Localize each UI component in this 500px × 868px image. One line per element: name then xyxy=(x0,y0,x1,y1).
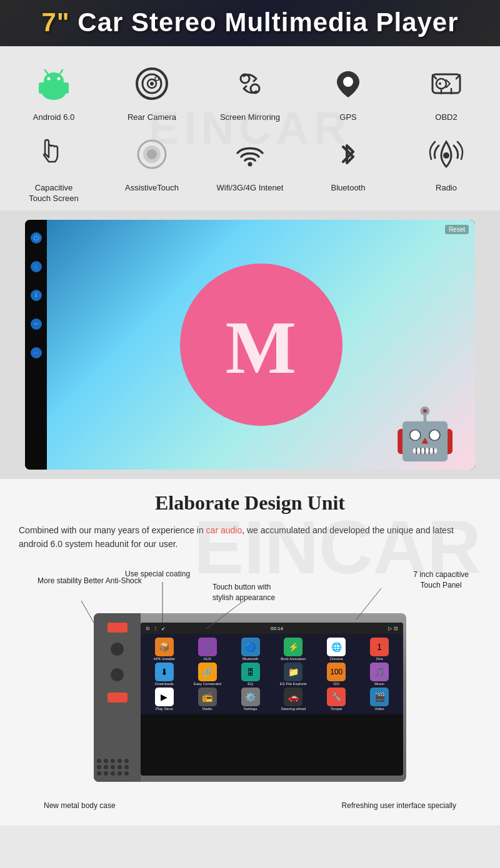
detail-screen: ⊙⋮↙ 00:14 ▷⊡ 📦 APK Installer 🎵 AUX xyxy=(141,623,403,776)
device-detail-container: More stability Better Anti-Shock Use spe… xyxy=(19,563,481,813)
control-knob1 xyxy=(109,641,125,657)
app-steering: 🚗 Steering wheel xyxy=(273,688,314,711)
gps-icon xyxy=(323,59,373,109)
app-radio2: 📻 Radio xyxy=(187,688,228,711)
device-frame: ⏻ ⌂ ℹ ↩ ← M 🤖 Reset xyxy=(25,220,475,470)
desc-part1: Combined with our many years of experien… xyxy=(19,525,206,535)
svg-point-14 xyxy=(150,82,154,86)
features-grid: Android 6.0 Rear Camera xyxy=(6,59,494,204)
svg-rect-7 xyxy=(39,82,42,94)
reset-button[interactable]: Reset xyxy=(445,225,469,234)
control-knob2 xyxy=(109,667,125,683)
back-btn[interactable]: ↩ xyxy=(31,318,42,330)
feature-bluetooth: Bluetooth xyxy=(301,129,396,204)
obd2-label: OBD2 xyxy=(435,112,457,123)
wifi-label: Wifi/3G/4G Intenet xyxy=(217,183,284,194)
svg-rect-9 xyxy=(46,90,50,97)
feature-obd2: OBD2 xyxy=(399,59,494,123)
feature-screen-mirroring: Screen Mirroring xyxy=(202,59,298,123)
app-chrome: 🌐 Chrome xyxy=(316,638,357,661)
menu-btn[interactable]: ← xyxy=(31,347,42,358)
desc-highlight: car audio xyxy=(206,525,242,535)
touch-label: CapacitiveTouch Screen xyxy=(29,183,79,204)
design-section: EINCAR Elaborate Design Unit Combined wi… xyxy=(0,479,500,826)
svg-line-5 xyxy=(45,70,48,74)
page-title: 7" Car Stereo Multimedia Player xyxy=(12,7,488,37)
app-explorer: 📁 ES File Explorer xyxy=(273,663,314,686)
rear-camera-label: Rear Camera xyxy=(128,112,176,123)
device-screen: M 🤖 Reset xyxy=(47,220,475,470)
home-btn[interactable]: ⌂ xyxy=(31,261,42,272)
power-btn[interactable]: ⏻ xyxy=(31,232,42,244)
annotation-metal: New metal body case xyxy=(44,801,116,810)
app-one: 1 One xyxy=(359,638,400,661)
app-settings: ⚙️ Settings xyxy=(230,688,271,711)
app-video: 🎬 Video xyxy=(359,688,400,711)
app-torque: 🔧 Torque xyxy=(316,688,357,711)
feature-assistive: AssistiveTouch xyxy=(104,129,199,204)
screen-mirroring-label: Screen Mirroring xyxy=(220,112,280,123)
svg-rect-10 xyxy=(58,90,61,97)
app-music: 🎵 Music xyxy=(359,663,400,686)
radio-label: Radio xyxy=(436,183,457,194)
svg-point-18 xyxy=(343,77,353,87)
wifi-icon xyxy=(225,129,275,179)
svg-point-3 xyxy=(48,77,51,81)
marshmallow-circle: M xyxy=(180,264,342,426)
app-go: 100 GO xyxy=(316,663,357,686)
device-sidebar: ⏻ ⌂ ℹ ↩ ← xyxy=(25,220,47,470)
svg-point-25 xyxy=(248,162,252,166)
svg-point-26 xyxy=(443,152,449,159)
app-aux: 🎵 AUX xyxy=(187,638,228,661)
control-btn2 xyxy=(108,693,128,703)
device-body: ⊙⋮↙ 00:14 ▷⊡ 📦 APK Installer 🎵 AUX xyxy=(94,613,406,782)
annotation-ui: Refreshing user interface specially xyxy=(342,801,456,810)
status-right: ▷⊡ xyxy=(388,626,398,631)
svg-line-6 xyxy=(60,70,62,74)
rear-camera-icon xyxy=(127,59,177,109)
device-display-section: EINCAR ⏻ ⌂ ℹ ↩ ← M 🤖 Reset xyxy=(0,210,500,479)
feature-rear-camera: Rear Camera xyxy=(104,59,199,123)
status-bar: ⊙⋮↙ 00:14 ▷⊡ xyxy=(141,623,403,634)
design-title: Elaborate Design Unit xyxy=(19,491,481,515)
features-section: EINCAR Android 6.0 xyxy=(0,46,500,210)
svg-point-2 xyxy=(44,72,64,90)
touch-icon xyxy=(29,129,79,179)
feature-touch: CapacitiveTouch Screen xyxy=(6,129,101,204)
radio-icon xyxy=(421,129,471,179)
annotation-touch-button: Touch button withstylish appearance xyxy=(212,582,275,603)
title-rest: Car Stereo Multimedia Player xyxy=(70,7,459,37)
svg-point-15 xyxy=(155,77,159,81)
left-panel xyxy=(94,613,141,782)
android-icon xyxy=(29,59,79,109)
svg-point-21 xyxy=(439,82,441,85)
title-inch: 7" xyxy=(41,7,69,37)
bottom-annotations: New metal body case Refreshing user inte… xyxy=(19,798,481,813)
obd2-icon xyxy=(421,59,471,109)
app-eq: 🎛 EQ xyxy=(230,663,271,686)
header: 7" Car Stereo Multimedia Player xyxy=(0,0,500,46)
design-description: Combined with our many years of experien… xyxy=(19,523,481,551)
feature-radio: Radio xyxy=(399,129,494,204)
app-bluetooth2: 🔵 Bluetooth xyxy=(230,638,271,661)
vent-holes xyxy=(97,759,129,776)
app-downloads: ⬇ Downloads xyxy=(144,663,185,686)
control-power xyxy=(108,623,128,633)
bluetooth-label: Bluetooth xyxy=(331,183,366,194)
app-playstore: ▶ Play Store xyxy=(144,688,185,711)
app-boot: ⚡ Boot Animation xyxy=(273,638,314,661)
android-mascot: 🤖 xyxy=(394,405,456,463)
feature-gps: GPS xyxy=(301,59,396,123)
feature-android: Android 6.0 xyxy=(6,59,101,123)
bluetooth-icon xyxy=(323,129,373,179)
annotation-touch-panel: 7 inch capacitiveTouch Panel xyxy=(413,570,469,591)
feature-wifi: Wifi/3G/4G Intenet xyxy=(202,129,298,204)
svg-point-24 xyxy=(147,149,157,159)
info-btn[interactable]: ℹ xyxy=(31,290,42,301)
gps-label: GPS xyxy=(339,112,356,123)
svg-rect-8 xyxy=(65,82,69,94)
svg-point-4 xyxy=(58,77,61,81)
assistive-label: AssistiveTouch xyxy=(125,183,179,194)
app-grid: 📦 APK Installer 🎵 AUX 🔵 Bluetooth ⚡ Boot… xyxy=(141,634,403,714)
app-easy: 🔗 Easy Connected xyxy=(187,663,228,686)
